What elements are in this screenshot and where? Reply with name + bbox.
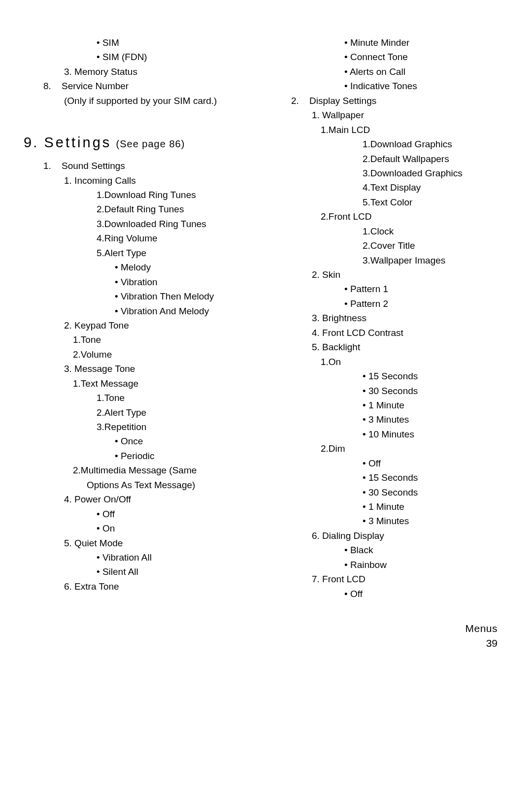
item-vibration-all: Vibration All (24, 550, 255, 565)
item-brightness: 3. Brightness (271, 311, 502, 325)
item-download-graphics: 1.Download Graphics (271, 137, 502, 151)
item-ring-volume: 4.Ring Volume (24, 231, 255, 245)
content-columns: SIM SIM (FDN) 3. Memory Status 8. Servic… (24, 35, 502, 607)
item-kt-tone: 1.Tone (24, 332, 255, 347)
item-bl-dim: 2.Dim (271, 441, 502, 456)
item-alert-type: 5.Alert Type (24, 246, 255, 260)
item-dialing-display: 6. Dialing Display (271, 529, 502, 543)
item-fl-off: Off (271, 587, 502, 601)
item-wallpaper-images: 3.Wallpaper Images (271, 253, 502, 267)
item-tm-alert: 2.Alert Type (24, 405, 255, 420)
item-pattern2: Pattern 2 (271, 297, 502, 311)
item-sim: SIM (24, 35, 255, 50)
item-dim-off: Off (271, 456, 502, 470)
item-tm-rep: 3.Repetition (24, 420, 255, 434)
label: Display Settings (309, 96, 376, 106)
item-cover-title: 2.Cover Title (271, 238, 502, 253)
num: 1. (43, 161, 51, 171)
item-main-lcd: 1.Main LCD (271, 123, 502, 137)
page-footer: Menus 39 (465, 621, 498, 650)
page: SIM SIM (FDN) 3. Memory Status 8. Servic… (0, 0, 532, 798)
item-vib-then-melody: Vibration Then Melody (24, 289, 255, 303)
item-skin: 2. Skin (271, 267, 502, 282)
item-dim-1m: 1 Minute (271, 499, 502, 514)
item-service-number: 8. Service Number (24, 79, 255, 93)
item-quiet-mode: 5. Quiet Mode (24, 536, 255, 550)
item-periodic: Periodic (24, 449, 255, 463)
label: Service Number (62, 81, 129, 91)
item-mms-l2: Options As Text Message) (24, 478, 255, 492)
item-clock: 1.Clock (271, 224, 502, 238)
item-keypad-tone: 2. Keypad Tone (24, 318, 255, 332)
item-backlight: 5. Backlight (271, 340, 502, 354)
item-pattern1: Pattern 1 (271, 282, 502, 296)
item-mms-l1: 2.Multimedia Message (Same (24, 463, 255, 477)
item-alerts-on-call: Alerts on Call (271, 65, 502, 79)
heading-num: 9. (24, 134, 38, 150)
item-indicative-tones: Indicative Tones (271, 79, 502, 93)
item-vibration: Vibration (24, 275, 255, 289)
item-power-onoff: 4. Power On/Off (24, 492, 255, 506)
item-text-display: 4.Text Display (271, 180, 502, 195)
item-dim-15s: 15 Seconds (271, 470, 502, 485)
item-wallpaper: 1. Wallpaper (271, 108, 502, 122)
item-tm-tone: 1.Tone (24, 391, 255, 405)
item-incoming-calls: 1. Incoming Calls (24, 173, 255, 188)
heading-ref: (See page 86) (116, 138, 185, 149)
item-default-ring: 2.Default Ring Tunes (24, 202, 255, 216)
item-dim-30s: 30 Seconds (271, 485, 502, 499)
item-sim-fdn: SIM (FDN) (24, 50, 255, 64)
item-15s: 15 Seconds (271, 369, 502, 383)
section-heading-settings: 9. Settings (See page 86) (24, 132, 255, 154)
label: Sound Settings (62, 161, 125, 171)
item-power-off: Off (24, 507, 255, 521)
item-3m: 3 Minutes (271, 412, 502, 427)
item-melody: Melody (24, 260, 255, 274)
heading-title: Settings (44, 134, 111, 150)
page-number: 39 (465, 636, 498, 650)
item-text-message: 1.Text Message (24, 376, 255, 391)
item-1m: 1 Minute (271, 398, 502, 412)
num: 2. (291, 96, 299, 106)
item-minute-minder: Minute Minder (271, 35, 502, 50)
item-30s: 30 Seconds (271, 384, 502, 398)
item-default-wallpapers: 2.Default Wallpapers (271, 152, 502, 166)
item-service-number-note: (Only if supported by your SIM card.) (24, 94, 255, 108)
item-download-ring: 1.Download Ring Tunes (24, 188, 255, 202)
item-sound-settings: 1. Sound Settings (24, 159, 255, 173)
item-front-lcd-contrast: 4. Front LCD Contrast (271, 326, 502, 340)
item-fl-on: On (519, 35, 532, 50)
item-downloaded-graphics: 3.Downloaded Graphics (271, 166, 502, 180)
item-dim-3m: 3 Minutes (271, 514, 502, 528)
item-display-settings: 2. Display Settings (271, 94, 502, 108)
item-kt-volume: 2.Volume (24, 347, 255, 362)
item-connect-tone: Connect Tone (271, 50, 502, 64)
num: 8. (43, 81, 51, 91)
item-silent-all: Silent All (24, 565, 255, 579)
item-black: Black (271, 543, 502, 557)
item-downloaded-ring: 3.Downloaded Ring Tunes (24, 217, 255, 231)
item-front-lcd: 2.Front LCD (271, 209, 502, 224)
footer-section: Menus (465, 621, 498, 635)
item-message-tone: 3. Message Tone (24, 362, 255, 376)
item-rainbow: Rainbow (271, 558, 502, 572)
item-once: Once (24, 434, 255, 448)
item-bl-on: 1.On (271, 355, 502, 369)
item-power-on: On (24, 521, 255, 535)
item-10m: 10 Minutes (271, 427, 502, 441)
item-extra-tone: 6. Extra Tone (24, 579, 255, 594)
item-memory-status: 3. Memory Status (24, 65, 255, 79)
item-text-color: 5.Text Color (271, 195, 502, 209)
item-front-lcd7: 7. Front LCD (271, 572, 502, 586)
item-vib-and-melody: Vibration And Melody (24, 304, 255, 318)
